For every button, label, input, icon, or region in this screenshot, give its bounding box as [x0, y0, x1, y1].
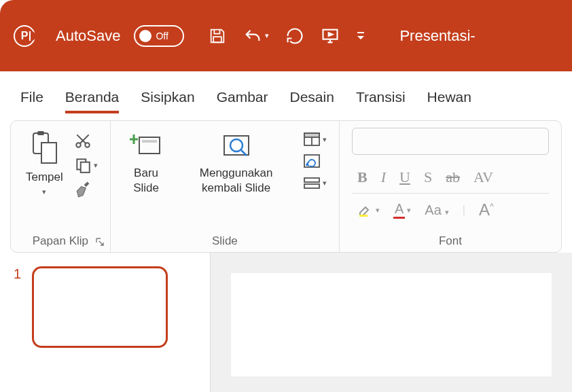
svg-rect-5	[41, 143, 56, 163]
save-button[interactable]	[208, 26, 227, 46]
slide-canvas	[211, 253, 572, 392]
change-case-button[interactable]: Aa ▾	[425, 202, 448, 218]
reset-button[interactable]	[303, 154, 327, 168]
document-name[interactable]: Presentasi-	[399, 27, 475, 45]
underline-button[interactable]: U	[399, 168, 410, 186]
chevron-down-icon: ▾	[265, 31, 269, 40]
strikethrough-button[interactable]: ab	[446, 168, 460, 186]
redo-button[interactable]	[285, 26, 304, 46]
clipboard-group-label: Papan Klip	[23, 230, 98, 248]
shadow-button[interactable]: S	[424, 168, 432, 186]
chevron-down-icon: ▾	[42, 188, 46, 196]
slideshow-button[interactable]	[321, 26, 340, 46]
italic-button[interactable]: I	[381, 168, 386, 186]
slide-editor[interactable]	[231, 273, 552, 376]
reuse-slides-button[interactable]: Menggunakan kembali Slide	[177, 128, 295, 230]
svg-rect-9	[81, 162, 90, 173]
svg-point-6	[76, 143, 81, 147]
svg-point-13	[230, 139, 243, 152]
font-group: B I U S ab AV ▾ A ▾ Aa ▾ | A^	[340, 121, 561, 252]
svg-point-7	[85, 143, 90, 147]
svg-rect-15	[304, 133, 319, 137]
tab-file[interactable]: File	[20, 89, 43, 113]
autosave-toggle[interactable]: Off	[134, 25, 184, 47]
tab-transitions[interactable]: Transisi	[356, 89, 406, 113]
content-area: 1	[0, 253, 572, 392]
paste-button[interactable]: Tempel ▾	[23, 128, 66, 230]
chevron-down-icon: ▾	[376, 206, 380, 215]
svg-rect-11	[142, 140, 157, 143]
tab-design[interactable]: Desain	[290, 89, 334, 113]
slides-group-label: Slide	[123, 230, 327, 248]
tab-home[interactable]: Beranda	[65, 89, 119, 113]
layout-button[interactable]: ▾	[303, 132, 327, 147]
font-color-button[interactable]: A ▾	[393, 201, 411, 219]
chevron-down-icon: ▾	[407, 206, 411, 215]
bold-button[interactable]: B	[357, 168, 368, 186]
ribbon-tabs: File Beranda Sisipkan Gambar Desain Tran…	[0, 77, 572, 113]
svg-rect-18	[304, 184, 319, 188]
highlight-button[interactable]: ▾	[357, 202, 380, 218]
clipboard-dialog-launcher[interactable]	[95, 237, 105, 247]
svg-rect-19	[359, 215, 368, 217]
tab-insert[interactable]: Sisipkan	[141, 89, 194, 113]
quick-access-toolbar: ▾	[208, 26, 365, 46]
svg-rect-17	[304, 178, 319, 182]
new-slide-button[interactable]: Baru Slide	[123, 128, 169, 230]
chevron-down-icon: ▾	[94, 161, 98, 170]
increase-font-button[interactable]: A^	[479, 200, 494, 219]
autosave-label: AutoSave	[56, 27, 120, 45]
svg-rect-4	[37, 131, 44, 135]
thumbnail-panel: 1	[0, 253, 211, 392]
customize-qat-button[interactable]	[356, 30, 365, 42]
char-spacing-button[interactable]: AV	[473, 168, 493, 186]
toggle-knob	[139, 30, 151, 42]
copy-button[interactable]: ▾	[74, 156, 98, 174]
clipboard-group: Tempel ▾ ▾	[11, 121, 111, 252]
chevron-down-icon: ▾	[323, 179, 327, 188]
powerpoint-icon: P	[14, 25, 35, 47]
font-group-label: Font	[352, 230, 549, 248]
format-painter-button[interactable]	[74, 181, 98, 198]
svg-rect-0	[214, 37, 222, 42]
tab-animations[interactable]: Hewan	[427, 89, 471, 113]
paste-label: Tempel	[26, 170, 63, 185]
cut-button[interactable]	[74, 132, 98, 149]
chevron-down-icon: ▾	[323, 135, 327, 144]
font-name-selector[interactable]	[352, 128, 549, 155]
ribbon: Tempel ▾ ▾	[10, 120, 562, 253]
new-slide-label: Baru Slide	[126, 166, 166, 196]
slide-number: 1	[14, 266, 21, 383]
chevron-down-icon: ▾	[445, 208, 449, 216]
slides-group: Baru Slide Menggunakan kembali Slide ▾	[111, 121, 340, 252]
undo-button[interactable]: ▾	[243, 26, 269, 46]
slide-thumbnail-1[interactable]	[32, 266, 168, 348]
reuse-slides-label: Menggunakan kembali Slide	[180, 166, 292, 196]
tab-draw[interactable]: Gambar	[217, 89, 268, 113]
svg-rect-10	[139, 137, 160, 154]
section-button[interactable]: ▾	[303, 175, 327, 190]
title-bar: P AutoSave Off ▾	[0, 0, 572, 71]
svg-rect-2	[357, 32, 364, 33]
autosave-state: Off	[156, 31, 168, 41]
